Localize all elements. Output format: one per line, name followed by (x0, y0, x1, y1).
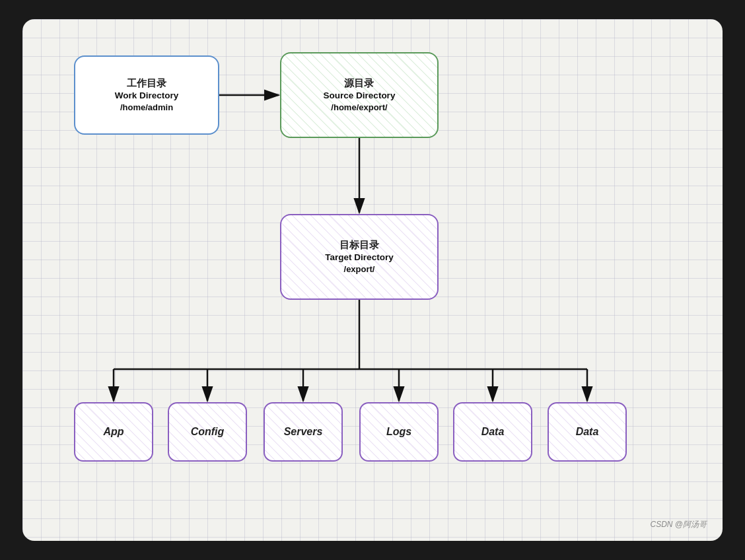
diagram-container: 工作目录 Work Directory /home/admin 源目录 Sour… (22, 19, 723, 541)
leaf-node-data1: Data (453, 402, 532, 462)
leaf-node-config: Config (168, 402, 247, 462)
source-zh-label: 源目录 (324, 77, 396, 90)
leaf-node-app: App (74, 402, 153, 462)
leaf-node-servers: Servers (264, 402, 343, 462)
leaf-label-config: Config (191, 425, 225, 439)
target-en-label: Target Directory (325, 252, 393, 263)
leaf-label-data2: Data (576, 425, 599, 439)
leaf-label-data1: Data (481, 425, 505, 439)
leaf-label-servers: Servers (284, 425, 323, 439)
leaf-node-data2: Data (548, 402, 627, 462)
work-directory-node: 工作目录 Work Directory /home/admin (74, 55, 219, 135)
source-directory-node: 源目录 Source Directory /home/export/ (280, 52, 439, 138)
source-en-label: Source Directory (324, 90, 396, 102)
source-path-label: /home/export/ (324, 102, 396, 114)
leaf-label-logs: Logs (386, 425, 411, 439)
target-zh-label: 目标目录 (325, 238, 393, 252)
work-zh-label: 工作目录 (115, 77, 179, 90)
work-path-label: /home/admin (115, 102, 179, 114)
target-directory-node: 目标目录 Target Directory /export/ (280, 214, 439, 300)
watermark: CSDN @阿汤哥 (650, 519, 707, 530)
leaf-label-app: App (103, 425, 124, 439)
leaf-node-logs: Logs (359, 402, 439, 462)
work-en-label: Work Directory (115, 90, 179, 102)
target-path-label: /export/ (325, 263, 393, 275)
